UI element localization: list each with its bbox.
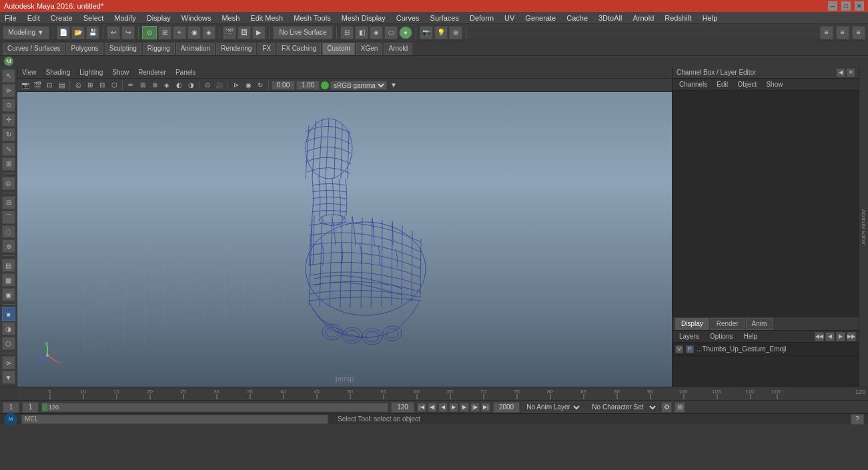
menu-uv[interactable]: UV — [502, 14, 516, 22]
menu-arnold[interactable]: Arnold — [630, 14, 656, 22]
cb-edit-tab[interactable]: Edit — [713, 79, 732, 90]
menu-mesh[interactable]: Mesh — [220, 14, 242, 22]
display-btn[interactable]: ◧ — [355, 26, 368, 39]
vp-color-profile[interactable]: sRGB gamma — [330, 81, 387, 90]
shelf-rigging[interactable]: Rigging — [143, 43, 175, 55]
vp-menu-renderer[interactable]: Renderer — [136, 69, 168, 76]
shelf-rendering[interactable]: Rendering — [216, 43, 256, 55]
rotate-tool-btn[interactable]: ↻ — [2, 128, 15, 141]
scale-tool-btn[interactable]: ⤡ — [2, 143, 15, 156]
extra-tool-2[interactable]: ▼ — [2, 371, 15, 384]
shelf-polygons[interactable]: Polygons — [66, 43, 103, 55]
cb-render-tab[interactable]: Render — [711, 318, 745, 330]
pb-end-btn[interactable]: ▶| — [481, 403, 490, 412]
no-char-select[interactable]: No Character Set — [585, 402, 659, 413]
range-slider-handle[interactable] — [42, 403, 47, 411]
vp-menu-view[interactable]: View — [20, 69, 39, 76]
extra-btn[interactable]: ⊕ — [449, 26, 462, 39]
help-line-btn[interactable]: ? — [851, 414, 864, 425]
xray-btn[interactable]: ◈ — [370, 26, 383, 39]
pb-step-fwd-btn[interactable]: ▶ — [460, 403, 469, 412]
vp-tb-paint[interactable]: ✏ — [125, 80, 136, 91]
shelf-sculpting[interactable]: Sculpting — [105, 43, 141, 55]
menu-windows[interactable]: Windows — [179, 14, 213, 22]
no-anim-layer-select[interactable]: No Anim Layer — [522, 402, 582, 413]
open-btn[interactable]: 📂 — [71, 26, 85, 39]
snap-surface-btn[interactable]: ◈ — [202, 26, 215, 39]
menu-mesh-tools[interactable]: Mesh Tools — [292, 14, 332, 22]
display-layer-btn[interactable]: ▤ — [2, 259, 15, 272]
options-tab[interactable]: Options — [706, 331, 737, 342]
frame-current-input[interactable] — [22, 402, 39, 413]
layer-nav-prev[interactable]: ◀ — [825, 332, 835, 341]
tool-settings-btn[interactable]: ≡ — [852, 26, 865, 39]
soft-select-btn[interactable]: ◎ — [2, 177, 15, 190]
cb-anim-tab[interactable]: Anim — [746, 318, 773, 330]
shelf-arnold[interactable]: Arnold — [384, 43, 412, 55]
layer-nav-next[interactable]: ▶ — [836, 332, 845, 341]
smooth-btn[interactable]: ⬭ — [384, 26, 398, 39]
menu-edit[interactable]: Edit — [25, 14, 42, 22]
move-tool-btn[interactable]: ✛ — [2, 113, 15, 127]
vp-menu-panels[interactable]: Panels — [173, 69, 198, 76]
anim-end-input[interactable] — [391, 402, 414, 413]
menu-generate[interactable]: Generate — [523, 14, 558, 22]
menu-redshift[interactable]: Redshift — [663, 14, 693, 22]
range-slider[interactable]: 120 — [41, 403, 388, 412]
snap-point-btn[interactable]: ◉ — [187, 26, 201, 39]
paint-select-btn[interactable]: ⊙ — [2, 99, 15, 112]
menu-mesh-display[interactable]: Mesh Display — [340, 14, 388, 22]
viewport-canvas[interactable]: x y z persp — [17, 92, 672, 387]
help-tab[interactable]: Help — [739, 331, 761, 342]
snap-to-grid-btn[interactable]: ⊟ — [2, 196, 15, 209]
layer-nav-prev-prev[interactable]: ◀◀ — [815, 332, 824, 341]
vp-tb-sel-highlight[interactable]: ◎ — [73, 80, 83, 91]
extra-tool-1[interactable]: ⊳ — [2, 356, 15, 369]
snap-curve-btn[interactable]: ⌖ — [173, 26, 186, 39]
vp-tb-bookmark[interactable]: ⊳ — [231, 80, 242, 91]
vp-tb-uv[interactable]: ⊟ — [97, 80, 107, 91]
snap-to-point-btn[interactable]: ◌ — [2, 225, 15, 239]
anim-layer-btn[interactable]: ▣ — [2, 288, 15, 301]
close-btn[interactable]: ✕ — [855, 1, 864, 11]
cb-close-btn[interactable]: ✕ — [847, 69, 855, 77]
timeline-area[interactable]: 5 10 15 20 25 30 35 40 45 50 55 60 65 70… — [0, 387, 868, 400]
cb-display-tab[interactable]: Display — [675, 318, 709, 330]
anim-range-end-input[interactable] — [493, 402, 520, 413]
vp-input-gamma[interactable] — [296, 81, 320, 90]
render-view-btn[interactable]: 🖼 — [238, 26, 251, 39]
extra-btn-1[interactable]: ⊞ — [675, 402, 685, 413]
shelf-fx-caching[interactable]: FX Caching — [277, 43, 321, 55]
vp-tb-grid[interactable]: ⊞ — [137, 80, 148, 91]
undo-btn[interactable]: ↩ — [107, 26, 120, 39]
shelf-custom[interactable]: Custom — [322, 43, 354, 55]
channel-box-btn[interactable]: ≡ — [820, 26, 833, 39]
vp-tb-wireframe[interactable]: ⊞ — [85, 80, 95, 91]
vp-tb-rotate[interactable]: ↻ — [255, 80, 266, 91]
new-file-btn[interactable]: 📄 — [57, 26, 70, 39]
snap-to-curve-btn[interactable]: ⌒ — [2, 211, 15, 224]
menu-curves[interactable]: Curves — [394, 14, 422, 22]
menu-cache[interactable]: Cache — [564, 14, 590, 22]
render-btn[interactable]: ▶ — [252, 26, 266, 39]
render-settings-btn[interactable]: 🎬 — [223, 26, 236, 39]
shelf-xgen[interactable]: XGen — [356, 43, 383, 55]
cb-object-tab[interactable]: Object — [734, 79, 761, 90]
menu-create[interactable]: Create — [49, 14, 75, 22]
pb-step-back-btn[interactable]: ◀ — [438, 403, 448, 412]
minimize-btn[interactable]: ─ — [828, 1, 837, 11]
light-btn[interactable]: 💡 — [434, 26, 448, 39]
attr-editor-btn[interactable]: ≡ — [836, 26, 849, 39]
layer-vis-0[interactable]: V — [675, 345, 683, 353]
pb-start-btn[interactable]: |◀ — [417, 403, 426, 412]
vp-tb-xray[interactable]: ◑ — [185, 80, 196, 91]
layer-pref-0[interactable]: P — [686, 345, 694, 353]
menu-modify[interactable]: Modify — [112, 14, 137, 22]
color-btn[interactable]: ● — [399, 26, 412, 39]
layer-row-0[interactable]: V P ...Thumbs_Up_Gesture_Emoji — [673, 343, 859, 356]
cb-channels-tab[interactable]: Channels — [675, 79, 711, 90]
xray-display-btn[interactable]: ◑ — [2, 322, 15, 335]
vp-color-menu[interactable]: ▼ — [388, 80, 399, 91]
color-pref-btn[interactable]: ■ — [2, 307, 15, 321]
vp-input-offset[interactable] — [272, 81, 295, 90]
